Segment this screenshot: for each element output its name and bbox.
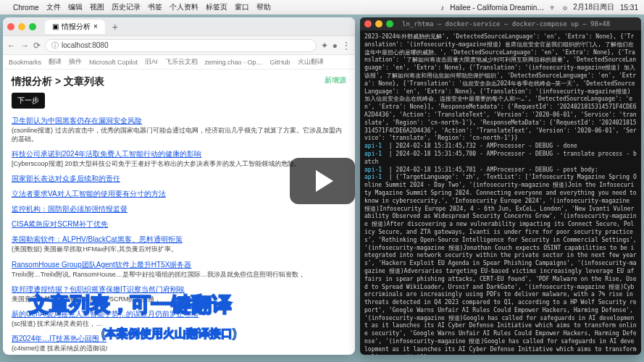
bookmarks-bar: Bookmarks 翻译 插件 Microsoft Copilot 旧AI 飞乐… bbox=[3, 55, 355, 70]
article-title-link[interactable]: 卫生部认为中国黑客仍存在漏洞安全风险 bbox=[12, 116, 346, 125]
article-item: RansomHouse Group团队Agent软件上最升HT5X据务器Trei… bbox=[12, 260, 346, 279]
zoom-icon[interactable] bbox=[386, 20, 393, 28]
now-playing-icon[interactable]: ♪ bbox=[440, 4, 444, 12]
new-tab-button[interactable]: + bbox=[109, 21, 121, 33]
extensions-icon[interactable]: ✦ bbox=[321, 41, 328, 51]
menu-item[interactable]: 历史记录 bbox=[112, 2, 141, 12]
new-source-link[interactable]: 新增源 bbox=[325, 75, 346, 85]
profile-icon[interactable]: ● bbox=[333, 41, 338, 51]
control-center-icon[interactable]: ⌾ bbox=[563, 4, 567, 12]
menu-item[interactable]: 帮助 bbox=[256, 2, 271, 12]
url-text: localhost:8080 bbox=[62, 41, 109, 49]
menu-icon[interactable]: ⋮ bbox=[342, 41, 351, 51]
article-item: 监控机构：国防部必须加强情报监督 bbox=[12, 204, 346, 214]
bookmark[interactable]: 翻译 bbox=[49, 57, 62, 67]
tab-close-icon[interactable]: × bbox=[93, 22, 98, 30]
reload-icon[interactable]: ⟳ bbox=[33, 41, 41, 51]
close-icon[interactable] bbox=[7, 23, 14, 30]
article-title-link[interactable]: 监控机构：国防部必须加强情报监督 bbox=[12, 204, 346, 214]
menu-item[interactable]: 窗口 bbox=[235, 2, 249, 12]
back-icon[interactable]: ← bbox=[7, 41, 16, 51]
now-playing: Hailee - California Dreamin… bbox=[450, 4, 544, 12]
bookmark[interactable]: Bookmarks bbox=[9, 59, 41, 66]
minimize-icon[interactable] bbox=[18, 23, 25, 30]
article-title-link[interactable]: 美国勒索软件：ALPHV/BlackCat黑客、恶料通明拒策 bbox=[12, 235, 346, 244]
close-icon[interactable] bbox=[364, 20, 372, 28]
article-desc: (c4isrnet)道 技表采纳反的适御说! bbox=[12, 344, 346, 353]
bookmark[interactable]: 旧AI bbox=[145, 57, 158, 67]
menubar-time[interactable]: 15:31 bbox=[620, 4, 638, 12]
menu-item[interactable]: 视图 bbox=[90, 2, 104, 12]
bookmark[interactable]: 火山翻译 bbox=[298, 57, 324, 67]
menu-item[interactable]: 书签 bbox=[148, 2, 162, 12]
toolbar: ← → ⟳ ⓘ localhost:8080 ✦ ● ⋮ bbox=[3, 36, 355, 55]
menubar-date[interactable]: 2月18日周日 bbox=[573, 2, 614, 12]
article-item: CISA紧急应对SCRM补丁优先 bbox=[12, 219, 346, 229]
zoom-icon[interactable] bbox=[29, 23, 36, 30]
address-bar[interactable]: ⓘ localhost:8080 bbox=[45, 39, 317, 52]
bookmark[interactable]: 飞乐云文档 bbox=[165, 57, 198, 67]
tab-strip: ▣ 情报分析 × + bbox=[3, 17, 355, 36]
tab-favicon-icon: ▣ bbox=[52, 22, 59, 30]
article-title-link[interactable]: RansomHouse Group团队Agent软件上最升HT5X据务器 bbox=[12, 260, 346, 269]
article-desc: Treilx附…Treilx附说, RansomHouse…是帮中好拉项组的抓红… bbox=[12, 270, 346, 279]
menu-item[interactable]: 编辑 bbox=[68, 2, 83, 12]
article-title-link[interactable]: 科技公司承诺到2024年活取免费人工智能行动的健康的影响 bbox=[12, 149, 346, 159]
browser-tab[interactable]: ▣ 情报分析 × bbox=[45, 20, 105, 34]
play-button[interactable] bbox=[290, 158, 355, 204]
wifi-icon[interactable]: ᯤ bbox=[550, 4, 557, 12]
terminal-title: ln_rhtma — docker-service — docker-compo… bbox=[402, 20, 610, 28]
article-desc: (csonline报道) 过去的攻击中，优秀的国家电器门可能会通过电网，经济前沿… bbox=[12, 126, 346, 143]
terminal-titlebar: ln_rhtma — docker-service — docker-compo… bbox=[360, 17, 641, 30]
article-title-link[interactable]: CISA紧急应对SCRM补丁优先 bbox=[12, 219, 346, 229]
article-desc: (美国数据) 美国最早抓取HFMax列车,其负黄后对班扩率。 bbox=[12, 245, 346, 253]
menu-item[interactable]: 个人资料 bbox=[170, 2, 198, 12]
breadcrumb: 情报分析 > 文章列表 bbox=[12, 75, 346, 88]
menu-item[interactable]: 文件 bbox=[46, 2, 61, 12]
minimize-icon[interactable] bbox=[375, 20, 382, 28]
bookmark[interactable]: 插件 bbox=[69, 57, 82, 67]
bookmark[interactable]: zeming.chao - Op… bbox=[205, 59, 263, 66]
menu-item[interactable]: 标签页 bbox=[206, 2, 227, 12]
article-item: 美国勒索软件：ALPHV/BlackCat黑客、恶料通明拒策(美国数据) 美国最… bbox=[12, 235, 346, 253]
app-name[interactable]: Chrome bbox=[13, 4, 39, 12]
site-info-icon[interactable]: ⓘ bbox=[51, 41, 59, 51]
forward-icon[interactable]: → bbox=[20, 41, 29, 51]
terminal-output[interactable]: 2023-2024年外部威胁的见解', 'DetectedSourceLangu… bbox=[360, 30, 641, 355]
terminal-window: ln_rhtma — docker-service — docker-compo… bbox=[360, 17, 641, 355]
bookmark[interactable]: Microsoft Copilot bbox=[89, 59, 138, 66]
bookmark[interactable]: GitHub bbox=[270, 59, 290, 66]
macos-menubar: Chrome 文件 编辑 视图 历史记录 书签 个人资料 标签页 窗口 帮助 ♪… bbox=[0, 0, 644, 14]
article-item: 卫生部认为中国黑客仍存在漏洞安全风险(csonline报道) 过去的攻击中，优秀… bbox=[12, 116, 346, 143]
next-button[interactable]: 下一步 bbox=[12, 93, 45, 109]
video-caption-line2: (本案例使用火山翻译接口) bbox=[101, 327, 237, 342]
video-caption-line1: 文章列表，可一键翻译 bbox=[29, 291, 232, 319]
tab-title: 情报分析 bbox=[62, 22, 91, 32]
